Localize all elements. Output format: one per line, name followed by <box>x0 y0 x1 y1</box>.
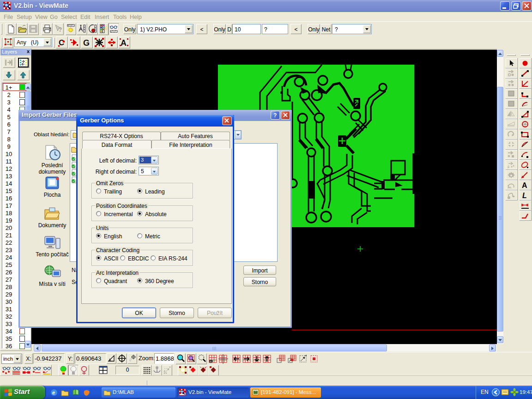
svg-text:G: G <box>83 38 90 48</box>
svg-text:A: A <box>121 38 127 48</box>
svg-text:e: e <box>52 390 55 395</box>
svg-text:s: s <box>205 366 206 369</box>
svg-text:A: A <box>522 181 527 189</box>
svg-text:L: L <box>522 192 527 200</box>
svg-text:?: ? <box>273 112 277 119</box>
svg-text:?: ? <box>58 26 62 33</box>
